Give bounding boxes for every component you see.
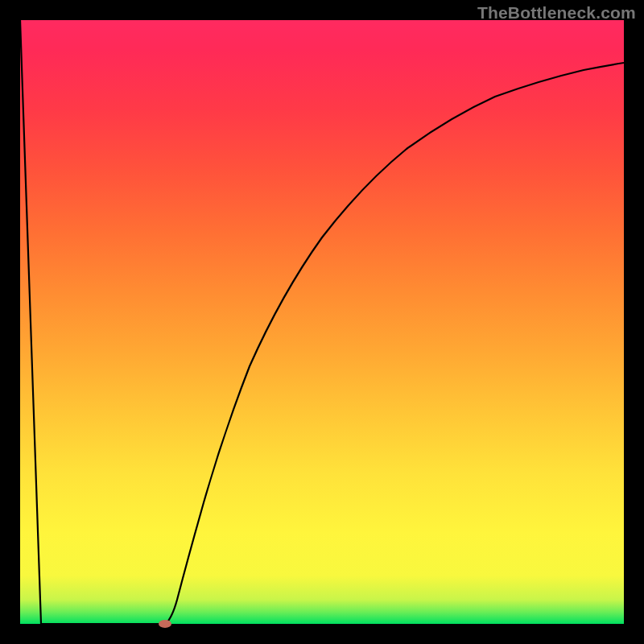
bottleneck-curve [20,20,624,624]
curve-minimum-marker [159,620,171,628]
plot-area [20,20,624,624]
curve-path [20,20,624,624]
chart-frame: TheBottleneck.com [0,0,644,644]
